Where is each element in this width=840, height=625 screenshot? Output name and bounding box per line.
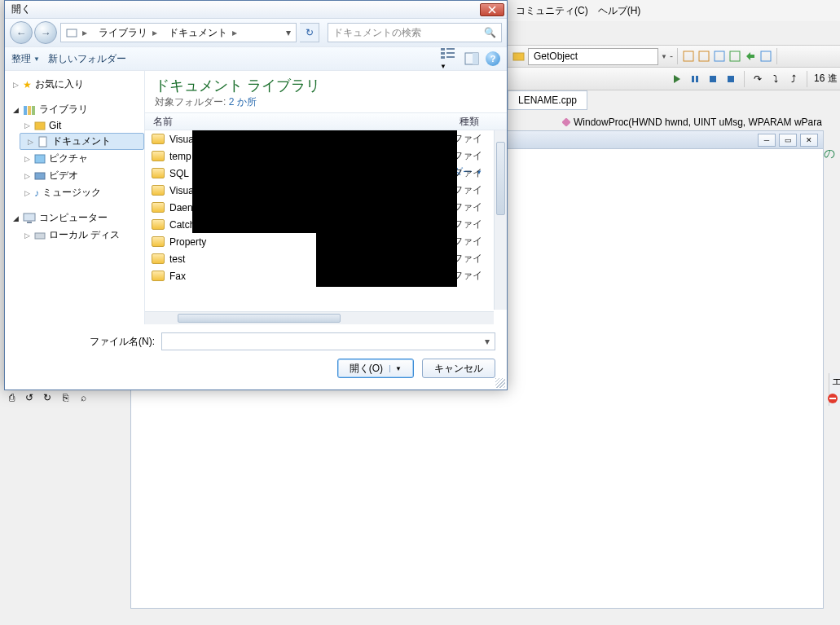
resize-grip[interactable] [495, 378, 505, 388]
navigation-tree[interactable]: ▷★お気に入り ◢ライブラリ ▷Git ▷ドキュメント ▷ピクチャ ▷ビデオ ▷… [5, 71, 145, 324]
help-button[interactable]: ? [486, 51, 500, 66]
step-icon-3[interactable]: ⤴ [787, 73, 800, 86]
nav-back-button[interactable]: ← [10, 21, 33, 44]
preview-pane-button[interactable] [464, 52, 479, 65]
strip-icon-4[interactable]: ⎘ [59, 391, 72, 404]
strip-icon-1[interactable]: ⎙ [5, 391, 18, 404]
navigation-row: ← → ▸ ライブラリ▸ ドキュメント▸ ▾ ↻ ドキュメントの検索 🔍 [5, 19, 507, 46]
file-type: ファイ [453, 235, 494, 249]
tool-icon-3[interactable] [713, 50, 726, 63]
folder-icon [152, 151, 165, 161]
svg-rect-4 [730, 51, 740, 61]
scrollbar-thumb[interactable] [178, 314, 341, 323]
tree-documents[interactable]: ▷ドキュメント [20, 133, 144, 150]
filename-input[interactable]: ▾ [161, 332, 495, 350]
tool-icon-6[interactable] [759, 50, 772, 63]
file-type: ファイ [453, 218, 494, 231]
method-icon [562, 118, 570, 126]
vertical-scrollbar[interactable] [494, 130, 507, 310]
folder-icon [152, 271, 165, 281]
chevron-down-icon: ▼ [33, 55, 40, 63]
nav-forward-button[interactable]: → [34, 21, 57, 44]
folder-icon [152, 253, 165, 264]
function-signature-text: WindowProc(HWND hwnd, UINT uMsg, WPARAM … [574, 117, 822, 128]
svg-rect-3 [715, 51, 724, 61]
scrollbar-thumb[interactable] [496, 142, 505, 215]
horizontal-scrollbar[interactable] [145, 311, 494, 324]
editor-tab[interactable]: LENAME.cpp [508, 90, 587, 110]
error-icon [827, 393, 838, 404]
redaction-block [192, 130, 457, 233]
tree-music[interactable]: ▷♪ミュージック [5, 184, 144, 201]
tree-favorites[interactable]: ▷★お気に入り [5, 76, 144, 93]
cancel-button[interactable]: キャンセル [422, 359, 495, 378]
tree-computer[interactable]: ◢コンピューター [5, 209, 144, 227]
folder-icon [152, 168, 165, 178]
tool-icon-5[interactable] [744, 50, 757, 63]
hex-label[interactable]: 16 進 [814, 72, 838, 86]
breadcrumb-bar[interactable]: ▸ ライブラリ▸ ドキュメント▸ ▾ [60, 23, 297, 42]
tree-videos[interactable]: ▷ビデオ [5, 167, 144, 184]
file-type: ファイ [453, 200, 494, 214]
tree-localdisk[interactable]: ▷ローカル ディス [5, 227, 144, 244]
folder-open-icon[interactable] [512, 50, 526, 63]
refresh-button[interactable]: ↻ [300, 23, 319, 42]
svg-rect-1 [684, 51, 693, 61]
restart-icon[interactable] [724, 73, 737, 86]
filename-label: ファイル名(N): [16, 335, 155, 349]
col-name-header[interactable]: 名前 [145, 115, 460, 129]
file-list-area: VisuaファイtempファイSQLファイVisuaファイDaenファイCatc… [145, 130, 507, 324]
function-signature-row[interactable]: WindowProc(HWND hwnd, UINT uMsg, WPARAM … [562, 114, 840, 130]
tool-icon-2[interactable] [697, 50, 710, 63]
menu-community[interactable]: コミュニティ(C) [516, 4, 588, 18]
breadcrumb-part-2[interactable]: ドキュメント▸ [164, 24, 244, 42]
tree-git[interactable]: ▷Git [5, 118, 144, 133]
separator [744, 71, 745, 87]
videos-icon [34, 171, 46, 181]
close-button[interactable]: ✕ [800, 134, 818, 147]
menu-help[interactable]: ヘルプ(H) [598, 4, 641, 18]
open-split-icon[interactable]: ▼ [389, 365, 402, 372]
breadcrumb-root-icon[interactable]: ▸ [61, 24, 94, 42]
breadcrumb-dropdown-icon[interactable]: ▾ [281, 27, 296, 38]
document-icon [37, 136, 49, 147]
svg-rect-12 [829, 398, 836, 399]
star-icon: ★ [23, 79, 32, 90]
button-row: 開く(O)▼ キャンセル [16, 359, 495, 378]
strip-icon-2[interactable]: ↺ [23, 391, 36, 404]
tree-pictures[interactable]: ▷ピクチャ [5, 150, 144, 167]
filename-dropdown-icon[interactable]: ▾ [480, 336, 495, 347]
dialog-close-button[interactable] [480, 3, 504, 16]
svg-rect-25 [35, 122, 45, 130]
separator [677, 48, 678, 64]
search-icon[interactable]: 🔍 [484, 27, 496, 38]
minimize-button[interactable]: ─ [758, 134, 776, 147]
open-button[interactable]: 開く(O)▼ [337, 359, 414, 378]
svg-rect-23 [28, 106, 31, 115]
stop-icon[interactable] [706, 73, 719, 86]
dialog-body: ▷★お気に入り ◢ライブラリ ▷Git ▷ドキュメント ▷ピクチャ ▷ビデオ ▷… [5, 71, 507, 324]
svg-rect-28 [35, 173, 45, 179]
tool-icon-1[interactable] [682, 50, 695, 63]
tree-libraries[interactable]: ◢ライブラリ [5, 101, 144, 118]
new-folder-button[interactable]: 新しいフォルダー [48, 52, 126, 66]
symbol-combo[interactable]: GetObject [528, 48, 658, 65]
strip-icon-5[interactable]: ⌕ [77, 391, 90, 404]
strip-icon-3[interactable]: ↻ [41, 391, 54, 404]
col-type-header[interactable]: 種類 [460, 115, 507, 129]
organize-menu[interactable]: 整理▼ [11, 52, 40, 66]
maximize-button[interactable]: ▭ [779, 134, 797, 147]
tool-icon-4[interactable] [728, 50, 741, 63]
view-mode-button[interactable]: ▼ [440, 46, 458, 71]
svg-rect-19 [446, 56, 455, 58]
pause-icon[interactable] [688, 73, 701, 86]
svg-rect-6 [692, 76, 694, 82]
combo-dropdown-icon[interactable]: ▼ [661, 53, 667, 60]
columns-header[interactable]: 名前 種類 [145, 112, 507, 130]
step-icon-1[interactable]: ↷ [751, 73, 764, 86]
play-icon[interactable] [671, 73, 684, 86]
search-input[interactable]: ドキュメントの検索 🔍 [328, 23, 502, 42]
library-locations-link[interactable]: 2 か所 [229, 96, 257, 108]
step-icon-2[interactable]: ⤵ [769, 73, 782, 86]
breadcrumb-part-1[interactable]: ライブラリ▸ [94, 24, 164, 42]
